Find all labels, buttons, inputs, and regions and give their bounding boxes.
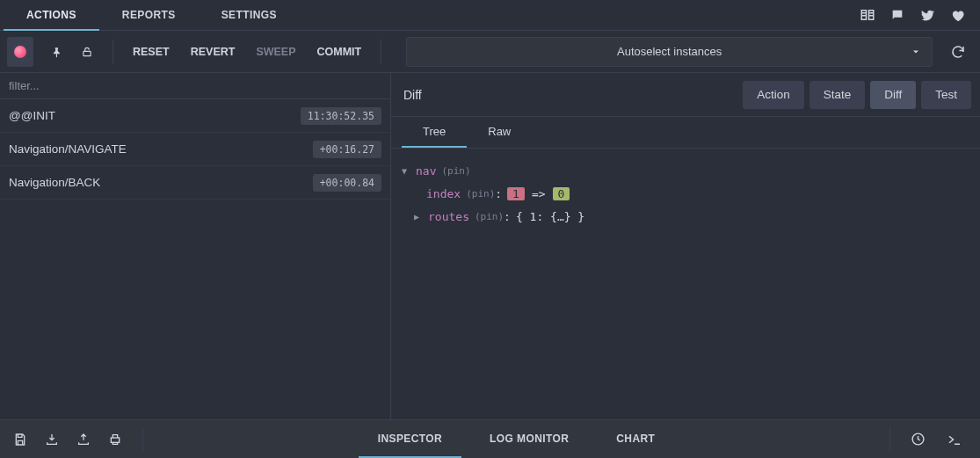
commit-button[interactable]: COMMIT xyxy=(307,46,373,58)
mode-test[interactable]: Test xyxy=(921,81,971,109)
diff-old-value: 1 xyxy=(507,187,525,200)
chevron-down-icon xyxy=(911,47,921,57)
tab-reports[interactable]: REPORTS xyxy=(99,0,199,31)
sweep-button[interactable]: SWEEP xyxy=(245,46,306,58)
diff-arrow: => xyxy=(532,187,546,200)
inspector-mode-buttons: Action State Diff Test xyxy=(743,81,971,109)
subtab-tree[interactable]: Tree xyxy=(402,117,467,148)
reset-button[interactable]: RESET xyxy=(122,46,180,58)
record-button[interactable] xyxy=(7,37,33,67)
toolbar: RESET REVERT SWEEP COMMIT Autoselect ins… xyxy=(0,31,980,73)
docs-icon[interactable] xyxy=(855,3,880,27)
filter-input[interactable] xyxy=(0,73,390,98)
actions-list: @@INIT 11:30:52.35 Navigation/NAVIGATE +… xyxy=(0,99,390,419)
inspector-title: Diff xyxy=(403,88,743,102)
action-time: +00:00.84 xyxy=(313,174,381,192)
text-actions: RESET REVERT SWEEP COMMIT xyxy=(122,46,372,58)
action-row[interactable]: Navigation/NAVIGATE +00:16.27 xyxy=(0,133,390,166)
print-icon[interactable] xyxy=(102,426,128,453)
console-icon[interactable] xyxy=(941,426,968,453)
bottom-tab-log-monitor[interactable]: LOG MONITOR xyxy=(470,420,588,458)
action-time: 11:30:52.35 xyxy=(301,107,381,125)
mode-action[interactable]: Action xyxy=(743,81,804,109)
diff-tree: ▼ nav (pin) index (pin): 1 => 0 ▶ routes… xyxy=(391,149,980,419)
import-icon[interactable] xyxy=(70,426,97,453)
collapse-icon[interactable]: ▼ xyxy=(402,166,414,176)
diff-new-value: 0 xyxy=(553,187,570,200)
mode-diff[interactable]: Diff xyxy=(870,81,916,109)
subtab-raw[interactable]: Raw xyxy=(467,117,532,148)
pin-button[interactable] xyxy=(44,37,70,67)
action-name: Navigation/BACK xyxy=(9,176,313,189)
main: @@INIT 11:30:52.35 Navigation/NAVIGATE +… xyxy=(0,73,980,419)
tab-actions[interactable]: ACTIONS xyxy=(4,0,99,31)
tab-settings[interactable]: SETTINGS xyxy=(199,0,300,31)
revert-button[interactable]: REVERT xyxy=(180,46,246,58)
instance-selector[interactable]: Autoselect instances xyxy=(406,37,933,67)
bottom-tab-chart[interactable]: CHART xyxy=(597,420,674,458)
mode-state[interactable]: State xyxy=(809,81,866,109)
svg-rect-0 xyxy=(83,51,91,55)
bottom-tab-inspector[interactable]: INSPECTOR xyxy=(359,420,461,458)
expand-icon[interactable]: ▶ xyxy=(414,212,426,222)
action-name: Navigation/NAVIGATE xyxy=(9,142,313,156)
export-icon[interactable] xyxy=(39,426,65,453)
instance-selector-label: Autoselect instances xyxy=(617,45,722,58)
chat-icon[interactable] xyxy=(885,3,910,27)
sync-button[interactable] xyxy=(945,39,971,65)
tree-preview: { 1: {…} } xyxy=(516,210,584,223)
inspector-panel: Diff Action State Diff Test Tree Raw ▼ n… xyxy=(391,73,980,419)
pin-label[interactable]: (pin) xyxy=(441,165,470,177)
bottom-tabs: INSPECTOR LOG MONITOR CHART xyxy=(152,420,881,458)
tree-key: routes xyxy=(428,210,469,223)
action-row[interactable]: @@INIT 11:30:52.35 xyxy=(0,99,390,133)
record-icon xyxy=(14,46,26,58)
bottom-bar: INSPECTOR LOG MONITOR CHART xyxy=(0,419,980,458)
top-tabs: ACTIONS REPORTS SETTINGS xyxy=(0,0,980,31)
clock-icon[interactable] xyxy=(904,426,931,453)
inspector-subtabs: Tree Raw xyxy=(391,117,980,149)
save-icon[interactable] xyxy=(7,426,33,453)
tree-key: nav xyxy=(416,164,436,178)
pin-label[interactable]: (pin) xyxy=(466,188,495,200)
action-time: +00:16.27 xyxy=(313,141,381,158)
svg-rect-1 xyxy=(111,438,119,442)
twitter-icon[interactable] xyxy=(915,3,940,27)
pin-label[interactable]: (pin) xyxy=(475,211,504,222)
inspector-header: Diff Action State Diff Test xyxy=(391,73,980,117)
actions-panel: @@INIT 11:30:52.35 Navigation/NAVIGATE +… xyxy=(0,73,391,419)
action-row[interactable]: Navigation/BACK +00:00.84 xyxy=(0,166,390,200)
lock-button[interactable] xyxy=(74,37,100,67)
tree-key: index xyxy=(426,187,461,200)
action-name: @@INIT xyxy=(9,109,301,122)
heart-icon[interactable] xyxy=(945,3,969,27)
